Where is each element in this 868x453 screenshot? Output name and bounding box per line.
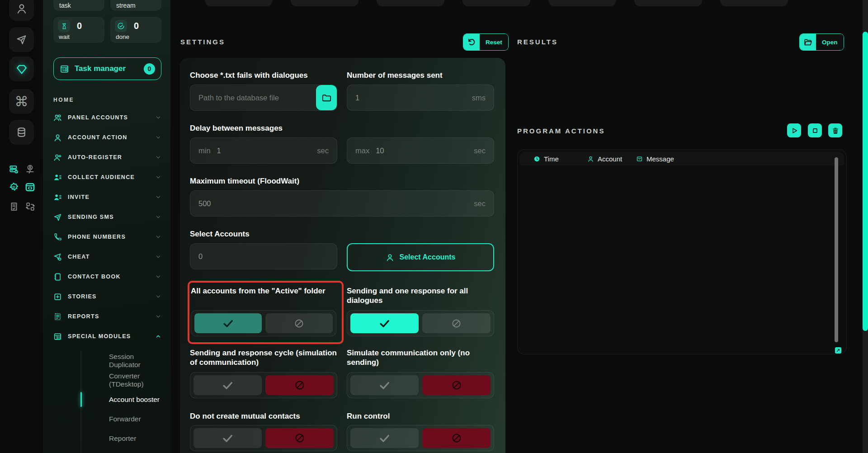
table-resize-handle[interactable] — [835, 347, 841, 354]
toggle-one-response — [347, 310, 494, 336]
nav-menu: PANEL ACCOUNTS ACCOUNT ACTION AUTO-REGIS… — [53, 108, 161, 346]
submenu-item-partial[interactable]: Channels bot — [81, 448, 161, 453]
top-tab-stub[interactable] — [720, 0, 788, 6]
toggle-no-button[interactable] — [422, 428, 491, 448]
sidebar-item-invite[interactable]: INVITE — [53, 187, 161, 207]
profile-button[interactable] — [9, 0, 34, 21]
sidebar-item-phone-numbers[interactable]: PHONE NUMBERS — [53, 227, 161, 247]
play-button[interactable] — [787, 123, 801, 137]
toggle-no-button[interactable] — [265, 428, 334, 448]
submenu-item-account-booster[interactable]: Account booster — [81, 390, 161, 409]
ban-icon — [294, 433, 305, 444]
table-scrollbar-thumb[interactable] — [835, 157, 838, 342]
chevron-down-icon — [155, 134, 161, 141]
reset-button-label: Reset — [480, 34, 508, 50]
messages-count-input[interactable]: 1 sms — [347, 85, 494, 111]
toggle-response-cycle — [190, 372, 337, 398]
server-status-button[interactable] — [9, 164, 19, 175]
program-actions-table: Time Account Message — [517, 149, 847, 354]
swap-button[interactable] — [25, 201, 35, 212]
top-tab-stub[interactable] — [291, 0, 359, 6]
toggle-no-button[interactable] — [265, 375, 334, 395]
top-tab-stub[interactable] — [205, 0, 273, 6]
code-window-button[interactable] — [25, 182, 35, 192]
swap-icon — [25, 202, 35, 212]
toggle-no-button[interactable] — [422, 313, 491, 333]
main-area: SETTINGS Reset Choose *.txt fails with d… — [170, 0, 868, 453]
commands-button[interactable]: ⌘ — [9, 89, 34, 114]
nav-section-home: HOME — [53, 97, 161, 103]
sidebar-item-contact-book[interactable]: CONTACT BOOK — [53, 267, 161, 287]
user-icon — [587, 156, 594, 162]
database-button[interactable] — [9, 120, 34, 145]
timeout-input[interactable]: 500 sec — [190, 190, 494, 217]
toggle-label: Sending and response cycle (simulation o… — [190, 349, 337, 369]
rotate-ccw-icon — [463, 34, 480, 50]
send-button[interactable] — [9, 27, 34, 52]
program-actions-title: PROGRAM ACTIONS — [517, 127, 605, 135]
task-manager-label: Task manager — [75, 64, 126, 73]
submenu-item-reporter[interactable]: Reporter — [81, 429, 161, 448]
ban-icon — [294, 318, 304, 329]
column-account-label: Account — [598, 155, 622, 163]
user-icon — [16, 3, 28, 14]
toggle-yes-button[interactable] — [350, 375, 419, 395]
top-tab-stub[interactable] — [548, 0, 616, 6]
sidebar-item-auto-register[interactable]: AUTO-REGISTER — [53, 147, 161, 167]
stream-card-label: stream — [116, 2, 136, 9]
paper-plane-icon — [53, 213, 62, 222]
reset-button[interactable]: Reset — [463, 33, 509, 51]
table-header: Time Account Message — [520, 152, 844, 165]
sidebar-item-label: PANEL ACCOUNTS — [68, 114, 128, 121]
sidebar-item-label: SPECIAL MODULES — [68, 333, 131, 340]
sidebar-item-collect-audience[interactable]: COLLECT AUDIENCE — [53, 167, 161, 187]
browse-file-button[interactable] — [316, 85, 337, 110]
sidebar-item-reports[interactable]: REPORTS — [53, 307, 161, 326]
open-results-button[interactable]: Open — [799, 33, 844, 51]
ban-icon — [451, 380, 462, 391]
ban-icon — [294, 380, 305, 391]
top-tab-stub[interactable] — [462, 0, 530, 6]
stop-button[interactable] — [808, 123, 822, 137]
toggle-yes-button[interactable] — [193, 375, 262, 395]
submenu-item-converter[interactable]: Converter (TDesktop) — [81, 370, 161, 390]
sidebar-item-sending-sms[interactable]: SENDING SMS — [53, 207, 161, 227]
person-camera-button[interactable] — [25, 164, 35, 175]
top-tab-stub[interactable] — [377, 0, 444, 6]
select-accounts-button[interactable]: Select Accounts — [347, 243, 494, 271]
database-path-placeholder: Path to the database file — [198, 94, 279, 102]
sidebar-item-panel-accounts[interactable]: PANEL ACCOUNTS — [53, 108, 161, 127]
toggle-yes-button[interactable] — [194, 313, 262, 333]
delete-button[interactable] — [828, 123, 842, 137]
document-check-button[interactable] — [9, 201, 19, 212]
settings-gear-button[interactable] — [9, 182, 19, 192]
submenu-item-session-duplicator[interactable]: Session Duplicator — [81, 351, 161, 370]
task-manager-button[interactable]: Task manager 0 — [53, 57, 161, 80]
submenu-item-forwarder[interactable]: Forwarder — [81, 409, 161, 429]
command-icon: ⌘ — [15, 95, 28, 109]
premium-button[interactable] — [9, 57, 34, 81]
done-count: 0 — [134, 21, 139, 31]
sidebar-item-stories[interactable]: STORIES — [53, 287, 161, 307]
report-icon — [53, 312, 62, 321]
paper-plane-plus-icon — [53, 253, 62, 261]
toggle-no-button[interactable] — [422, 375, 491, 395]
page-scrollbar-thumb[interactable] — [863, 32, 868, 331]
toggle-yes-button[interactable] — [350, 428, 419, 448]
sidebar-item-special-modules[interactable]: SPECIAL MODULES — [53, 326, 161, 346]
toggle-no-button[interactable] — [265, 313, 333, 333]
toggle-simulate-only — [347, 372, 494, 398]
task-window-icon — [60, 64, 69, 74]
sidebar-item-label: CONTACT BOOK — [68, 274, 121, 280]
toggle-yes-button[interactable] — [193, 428, 262, 448]
delay-min-input[interactable]: min 1 sec — [190, 137, 337, 164]
sidebar-item-cheat[interactable]: CHEAT — [53, 247, 161, 267]
sidebar-item-account-action[interactable]: ACCOUNT ACTION — [53, 127, 161, 147]
toggle-yes-button[interactable] — [350, 313, 419, 333]
chevron-down-icon — [155, 234, 161, 240]
chevron-down-icon — [155, 274, 161, 280]
accounts-count-input[interactable]: 0 — [190, 243, 337, 269]
database-path-input[interactable]: Path to the database file — [190, 85, 337, 111]
top-tab-stub[interactable] — [634, 0, 702, 6]
delay-max-input[interactable]: max 10 sec — [347, 137, 494, 164]
